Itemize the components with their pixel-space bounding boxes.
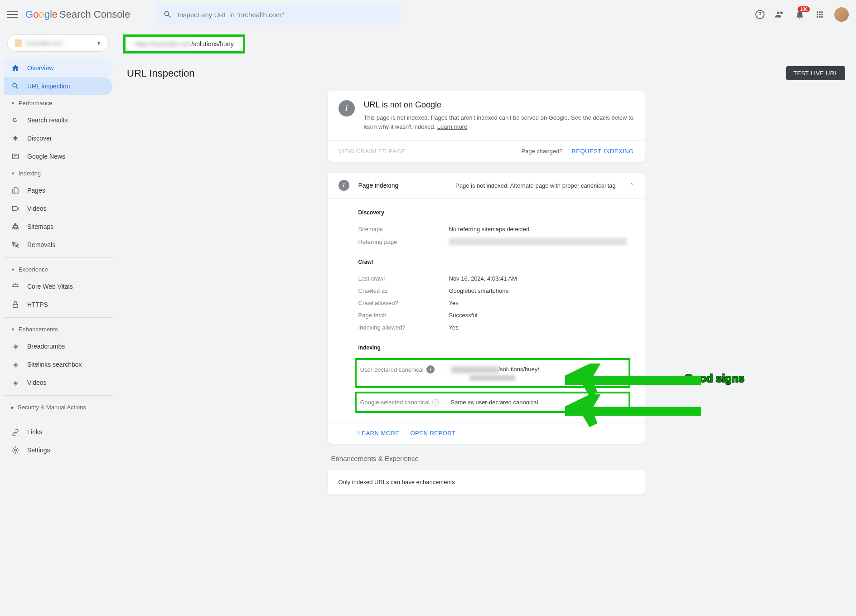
gear-icon bbox=[11, 446, 20, 455]
sidebar-item-enh-videos[interactable]: ◈Videos bbox=[4, 373, 112, 392]
svg-rect-4 bbox=[12, 207, 17, 211]
page-title: URL Inspection bbox=[127, 68, 195, 79]
info-icon[interactable]: i bbox=[426, 365, 435, 373]
svg-point-6 bbox=[15, 449, 17, 451]
chevron-down-icon: ▼ bbox=[11, 171, 15, 176]
info-icon: i bbox=[339, 180, 349, 191]
info-icon: i bbox=[339, 100, 355, 116]
breadcrumb-icon: ◈ bbox=[11, 342, 20, 351]
sidebar-item-overview[interactable]: Overview bbox=[4, 59, 112, 77]
removals-icon bbox=[11, 240, 20, 249]
sidebar-item-removals[interactable]: Removals bbox=[4, 236, 112, 254]
help-icon[interactable] bbox=[754, 9, 765, 20]
sitemap-icon bbox=[11, 222, 20, 231]
discover-icon: ✱ bbox=[11, 134, 20, 143]
enhancements-section-title: Enhancements & Experience bbox=[328, 455, 645, 470]
status-card: i URL is not on Google This page is not … bbox=[328, 91, 645, 162]
page-indexing-card: i Page indexing Page is not indexed: Alt… bbox=[328, 173, 645, 444]
logo[interactable]: Google Search Console bbox=[25, 9, 131, 20]
sidebar-item-settings[interactable]: Settings bbox=[4, 441, 112, 459]
sidebar-item-videos[interactable]: Videos bbox=[4, 199, 112, 218]
lock-icon bbox=[11, 300, 20, 309]
enhancements-card: Only indexed URLs can have enhancements bbox=[328, 470, 645, 495]
sidebar-section-performance[interactable]: ▼Performance bbox=[4, 95, 112, 111]
home-icon bbox=[11, 63, 20, 73]
crawl-heading: Crawl bbox=[358, 259, 627, 265]
test-live-url-button[interactable]: TEST LIVE URL bbox=[786, 66, 845, 80]
notification-badge: 106 bbox=[798, 6, 810, 12]
sidebar-item-cwv[interactable]: Core Web Vitals bbox=[4, 277, 112, 296]
chevron-up-icon: ⌃ bbox=[629, 182, 634, 189]
app-header: Google Search Console 106 bbox=[0, 0, 856, 29]
chevron-down-icon: ▼ bbox=[97, 41, 101, 46]
chevron-down-icon: ▼ bbox=[11, 267, 15, 272]
menu-icon[interactable] bbox=[7, 9, 18, 20]
url-search-bar[interactable] bbox=[156, 4, 401, 25]
favicon-icon bbox=[15, 39, 22, 47]
page-indexing-header[interactable]: i Page indexing Page is not indexed: Alt… bbox=[328, 173, 645, 199]
google-canonical-highlight: Google-selected canonical ? Same as user… bbox=[355, 392, 630, 413]
svg-rect-5 bbox=[13, 304, 18, 308]
main-content: https://example.com/solutions/huey URL I… bbox=[116, 29, 856, 513]
news-icon bbox=[11, 152, 20, 161]
sidebar-section-security[interactable]: ▶Security & Manual Actions bbox=[4, 399, 112, 415]
sidebar-item-pages[interactable]: Pages bbox=[4, 181, 112, 199]
svg-rect-1 bbox=[12, 154, 19, 159]
video-icon bbox=[11, 204, 20, 213]
sidebar-section-enhancements[interactable]: ▼Enhancements bbox=[4, 321, 112, 337]
apps-icon[interactable] bbox=[814, 9, 825, 20]
notifications-icon[interactable]: 106 bbox=[794, 9, 805, 20]
view-crawled-page-button: VIEW CRAWLED PAGE bbox=[339, 148, 406, 155]
page-changed-text: Page changed? bbox=[521, 148, 562, 155]
sidebar-item-https[interactable]: HTTPS bbox=[4, 296, 112, 314]
learn-more-link[interactable]: Learn more bbox=[437, 123, 467, 130]
sitelinks-icon: ◈ bbox=[11, 360, 20, 369]
annotation-good-signs: Good signs bbox=[685, 372, 745, 385]
links-icon bbox=[11, 427, 20, 437]
open-report-button[interactable]: OPEN REPORT bbox=[410, 430, 455, 437]
search-icon bbox=[11, 82, 20, 91]
sidebar-section-experience[interactable]: ▼Experience bbox=[4, 262, 112, 277]
sidebar: nrchealth.com ▼ Overview URL inspection … bbox=[0, 29, 116, 513]
sidebar-item-url-inspection[interactable]: URL inspection bbox=[4, 77, 112, 95]
google-g-icon: G bbox=[11, 116, 20, 125]
search-input[interactable] bbox=[178, 11, 393, 19]
inspect-action[interactable] bbox=[470, 375, 515, 381]
request-indexing-button[interactable]: REQUEST INDEXING bbox=[571, 148, 634, 155]
video-icon: ◈ bbox=[11, 378, 20, 387]
speed-icon bbox=[11, 282, 20, 291]
learn-more-button[interactable]: LEARN MORE bbox=[358, 430, 400, 437]
sidebar-item-breadcrumbs[interactable]: ◈Breadcrumbs bbox=[4, 337, 112, 355]
sidebar-item-google-news[interactable]: Google News bbox=[4, 147, 112, 165]
status-description: This page is not indexed. Pages that are… bbox=[364, 113, 634, 131]
chevron-down-icon: ▼ bbox=[11, 327, 15, 332]
chevron-down-icon: ▼ bbox=[11, 101, 15, 106]
sidebar-item-sitemaps[interactable]: Sitemaps bbox=[4, 218, 112, 236]
inspected-url-box: https://example.com/solutions/huey bbox=[123, 34, 245, 53]
status-title: URL is not on Google bbox=[364, 100, 634, 110]
discovery-heading: Discovery bbox=[358, 209, 627, 216]
svg-text:G: G bbox=[13, 117, 17, 123]
property-selector[interactable]: nrchealth.com ▼ bbox=[7, 34, 109, 52]
sidebar-item-discover[interactable]: ✱Discover bbox=[4, 129, 112, 147]
user-canonical-highlight: User-declared canonical i /solutions/hue… bbox=[355, 358, 630, 388]
sidebar-item-sitelinks[interactable]: ◈Sitelinks searchbox bbox=[4, 355, 112, 373]
sidebar-item-links[interactable]: Links bbox=[4, 423, 112, 441]
pages-icon bbox=[11, 186, 20, 195]
help-icon[interactable]: ? bbox=[432, 399, 439, 406]
avatar[interactable] bbox=[834, 7, 849, 22]
sidebar-item-search-results[interactable]: GSearch results bbox=[4, 111, 112, 129]
sidebar-section-indexing[interactable]: ▼Indexing bbox=[4, 165, 112, 181]
indexing-heading: Indexing bbox=[358, 344, 627, 351]
search-icon bbox=[163, 10, 172, 19]
people-icon[interactable] bbox=[774, 9, 785, 20]
chevron-right-icon: ▶ bbox=[11, 405, 14, 410]
